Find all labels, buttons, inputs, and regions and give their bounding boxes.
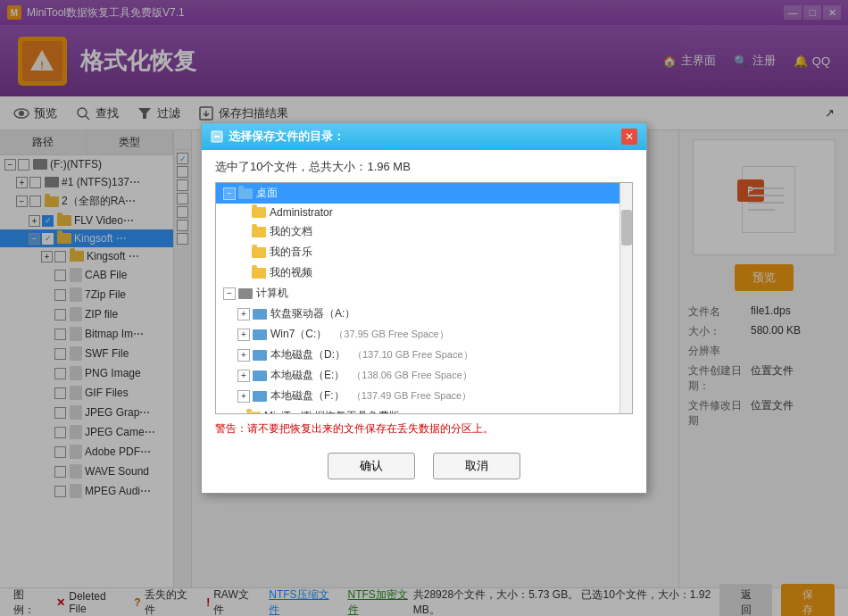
item-label: 本地磁盘（E:） (270, 368, 345, 383)
dialog-tree-item[interactable]: + 本地磁盘（D:） （137.10 GB Free Space） (216, 345, 632, 365)
dialog-body: 选中了10个文件，总共大小：1.96 MB − 桌面 Administrator (202, 150, 646, 493)
folder-icon (252, 227, 266, 237)
dialog-tree-item[interactable]: 我的音乐 (216, 242, 632, 262)
dialog-tree-item[interactable]: MiniTool数据恢复工具免费版 (216, 406, 632, 414)
expand-icon[interactable]: + (237, 329, 250, 341)
save-dialog: 选择保存文件的目录： ✕ 选中了10个文件，总共大小：1.96 MB − 桌面 … (201, 122, 647, 494)
warning-text: 警告：请不要把恢复出来的文件保存在丢失数据的分区上。 (215, 421, 633, 437)
drive-icon (253, 329, 267, 340)
expand-icon[interactable]: + (237, 390, 250, 403)
expand-icon[interactable]: − (223, 187, 236, 200)
free-space: （137.10 GB Free Space） (353, 348, 473, 362)
item-label: 本地磁盘（F:） (270, 388, 345, 404)
item-label: Administrator (270, 206, 333, 219)
dialog-title: 选择保存文件的目录： (211, 129, 345, 145)
dialog-buttons: 确认 取消 (215, 444, 633, 484)
computer-icon (238, 288, 253, 299)
expand-icon[interactable]: + (237, 370, 250, 382)
scroll-thumb[interactable] (621, 210, 632, 246)
item-label: MiniTool数据恢复工具免费版 (264, 409, 400, 414)
free-space: （37.95 GB Free Space） (334, 328, 448, 341)
dialog-tree-item[interactable]: 我的视频 (216, 262, 632, 283)
dialog-summary: 选中了10个文件，总共大小：1.96 MB (215, 159, 633, 175)
dialog-tree-item[interactable]: Administrator (216, 204, 632, 221)
dialog-tree-item[interactable]: − 计算机 (216, 283, 632, 304)
desktop-folder-icon (238, 188, 253, 199)
dialog-tree-item[interactable]: + Win7（C:） （37.95 GB Free Space） (216, 324, 632, 345)
dialog-tree[interactable]: − 桌面 Administrator 我的文档 (215, 182, 633, 414)
folder-icon (252, 247, 266, 258)
expand-icon[interactable]: − (223, 287, 236, 300)
expand-icon[interactable]: + (237, 349, 250, 362)
drive-icon (253, 309, 267, 320)
dialog-tree-scrollbar[interactable] (619, 183, 632, 413)
confirm-button[interactable]: 确认 (328, 453, 415, 479)
drive-icon (253, 370, 267, 381)
dialog-titlebar: 选择保存文件的目录： ✕ (202, 123, 646, 150)
folder-icon (252, 207, 266, 218)
drive-icon (253, 350, 267, 361)
free-space: （137.49 GB Free Space） (352, 389, 472, 403)
dialog-tree-item[interactable]: + 本地磁盘（E:） （138.06 GB Free Space） (216, 365, 632, 386)
dialog-tree-item[interactable]: + 本地磁盘（F:） （137.49 GB Free Space） (216, 386, 632, 406)
item-label: 我的视频 (270, 265, 312, 280)
item-label: 计算机 (256, 286, 288, 301)
expand-icon[interactable]: + (237, 308, 250, 320)
folder-icon (252, 268, 266, 279)
dialog-title-text: 选择保存文件的目录： (229, 129, 345, 145)
dialog-tree-item[interactable]: − 桌面 (216, 183, 632, 204)
cancel-button[interactable]: 取消 (433, 453, 520, 479)
folder-icon (246, 412, 261, 415)
dialog-tree-item[interactable]: 我的文档 (216, 221, 632, 242)
dialog-close-button[interactable]: ✕ (621, 129, 637, 145)
item-label: 我的音乐 (270, 245, 312, 260)
item-label: 软盘驱动器（A:） (270, 306, 355, 321)
dialog-tree-item[interactable]: + 软盘驱动器（A:） (216, 304, 632, 324)
item-label: Win7（C:） (270, 327, 327, 342)
item-label: 我的文档 (270, 224, 312, 239)
item-label: 本地磁盘（D:） (270, 347, 345, 362)
free-space: （138.06 GB Free Space） (352, 369, 472, 382)
drive-icon (253, 391, 267, 402)
dialog-overlay: 选择保存文件的目录： ✕ 选中了10个文件，总共大小：1.96 MB − 桌面 … (0, 0, 848, 616)
item-label: 桌面 (256, 186, 278, 201)
